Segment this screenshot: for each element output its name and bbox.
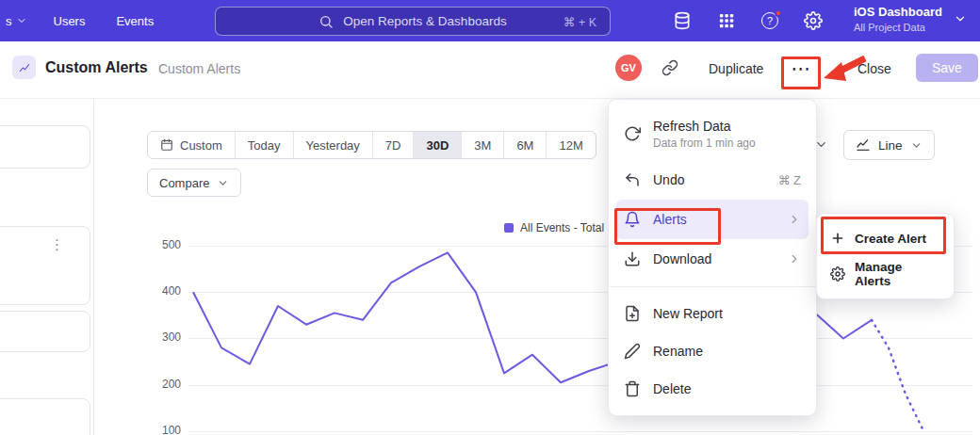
undo-icon: [624, 171, 641, 188]
chart-type-label: Line: [878, 138, 903, 153]
chevron-right-icon: [788, 213, 801, 226]
date-range-label: 30D: [426, 138, 449, 153]
menu-item-label: Download: [653, 251, 711, 266]
chevron-down-icon: [16, 15, 27, 26]
help-button[interactable]: ?: [761, 12, 778, 29]
date-range-label: 7D: [385, 138, 401, 153]
menu-item-rename[interactable]: Rename: [609, 332, 816, 370]
nav-item-label: Users: [54, 14, 86, 28]
submenu-item-label: Create Alert: [855, 232, 926, 246]
search-icon: [318, 14, 334, 29]
project-subtitle: All Project Data: [854, 22, 942, 33]
menu-item-new-report[interactable]: New Report: [609, 295, 816, 332]
date-range-button[interactable]: 7D: [373, 132, 415, 158]
duplicate-button[interactable]: Duplicate: [709, 61, 763, 76]
date-range-button[interactable]: Yesterday: [294, 132, 373, 158]
nav-item-users[interactable]: Users: [54, 14, 86, 28]
menu-divider: [609, 286, 816, 287]
trash-icon: [624, 380, 641, 397]
date-range-button[interactable]: Custom: [148, 132, 236, 158]
chevron-right-icon: [788, 252, 801, 266]
page-title: Custom Alerts: [45, 59, 148, 76]
new-report-icon: [624, 305, 641, 322]
download-icon: [624, 250, 641, 267]
date-range-button[interactable]: 12M: [547, 132, 595, 158]
notification-dot: [775, 9, 782, 17]
chart-icon: [18, 61, 31, 74]
calendar-icon: [160, 138, 173, 152]
database-icon: [673, 11, 692, 30]
apps-button[interactable]: [717, 11, 736, 30]
menu-item-label: New Report: [653, 306, 723, 321]
nav-item-events[interactable]: Events: [116, 14, 154, 28]
chart-legend[interactable]: All Events - Total: [504, 221, 604, 234]
menu-item-label: Rename: [653, 344, 703, 359]
bell-icon: [624, 211, 641, 228]
pencil-icon: [624, 343, 641, 360]
menu-item-label: Delete: [653, 381, 691, 396]
date-range-button[interactable]: Today: [236, 132, 294, 158]
avatar[interactable]: GV: [615, 55, 642, 81]
sidebar-card[interactable]: [0, 125, 90, 169]
date-range-button[interactable]: 6M: [504, 132, 547, 158]
menu-item-shortcut: ⌘ Z: [777, 173, 801, 187]
alerts-submenu: Create Alert Manage Alerts: [816, 213, 955, 299]
menu-item-undo[interactable]: Undo ⌘ Z: [609, 160, 816, 200]
sidebar-card[interactable]: [0, 311, 90, 352]
legend-label: All Events - Total: [520, 221, 604, 234]
nav-left-group: s Users Events: [0, 14, 154, 28]
global-search[interactable]: Open Reports & Dashboards ⌘ + K: [215, 7, 611, 36]
menu-item-sublabel: Data from 1 min ago: [653, 137, 756, 150]
gear-icon: [804, 11, 823, 30]
nav-item-label: s: [6, 14, 12, 28]
breadcrumb[interactable]: Custom Alerts: [158, 61, 240, 76]
menu-item-download[interactable]: Download: [609, 239, 816, 279]
sidebar-card[interactable]: [0, 398, 90, 435]
compare-button[interactable]: Compare: [147, 169, 241, 197]
menu-item-label: Alerts: [653, 212, 687, 227]
refresh-icon: [624, 125, 641, 142]
menu-item-text: Refresh Data Data from 1 min ago: [653, 119, 756, 150]
date-range-label: Yesterday: [306, 138, 360, 153]
close-button[interactable]: Close: [858, 61, 891, 76]
data-management-button[interactable]: [673, 11, 692, 30]
date-range-label: 3M: [474, 138, 491, 153]
submenu-item-manage-alerts[interactable]: Manage Alerts: [817, 256, 954, 292]
report-type-icon: [12, 56, 36, 79]
search-placeholder: Open Reports & Dashboards: [343, 14, 506, 28]
date-range-control: Custom Today Yesterday 7D 30D 3M 6M 12M: [147, 131, 596, 159]
submenu-item-label: Manage Alerts: [855, 260, 940, 288]
date-range-button[interactable]: 30D: [414, 132, 462, 158]
kebab-menu-icon[interactable]: ⋮: [50, 236, 64, 253]
search-shortcut: ⌘ + K: [564, 15, 596, 29]
more-options-button[interactable]: ⋯: [787, 56, 815, 82]
context-menu: Refresh Data Data from 1 min ago Undo ⌘ …: [608, 99, 817, 416]
chart-line-projection: [872, 320, 923, 429]
copy-link-button[interactable]: [662, 59, 678, 80]
save-button[interactable]: Save: [916, 54, 978, 82]
chevron-down-icon: [217, 177, 229, 189]
menu-item-label: Refresh Data: [653, 119, 756, 134]
settings-button[interactable]: [804, 11, 823, 30]
chart-type-dropdown[interactable]: Line: [843, 130, 935, 160]
sidebar-card[interactable]: ⋮: [0, 226, 90, 305]
date-range-label: Today: [248, 138, 281, 153]
project-selector[interactable]: iOS Dashboard All Project Data: [854, 5, 967, 33]
nav-item-label: Events: [116, 14, 154, 28]
submenu-item-create-alert[interactable]: Create Alert: [817, 220, 954, 256]
menu-item-label: Undo: [653, 172, 684, 187]
nav-item-boards[interactable]: s: [6, 14, 27, 28]
menu-item-alerts[interactable]: Alerts: [616, 200, 808, 239]
left-sidebar: ⋮: [0, 99, 94, 435]
link-icon: [662, 59, 678, 76]
menu-item-delete[interactable]: Delete: [609, 370, 816, 408]
report-header: Custom Alerts Custom Alerts GV Duplicate…: [0, 41, 980, 99]
line-chart-icon: [856, 137, 871, 153]
gear-icon: [830, 266, 845, 282]
menu-item-refresh-data[interactable]: Refresh Data Data from 1 min ago: [609, 107, 816, 160]
date-range-button[interactable]: 3M: [462, 132, 504, 158]
top-navbar: s Users Events Open Reports & Dashboards…: [0, 0, 980, 41]
chevron-down-icon: [954, 12, 967, 25]
date-range-label: 6M: [516, 138, 533, 153]
chevron-down-icon: [910, 139, 923, 152]
